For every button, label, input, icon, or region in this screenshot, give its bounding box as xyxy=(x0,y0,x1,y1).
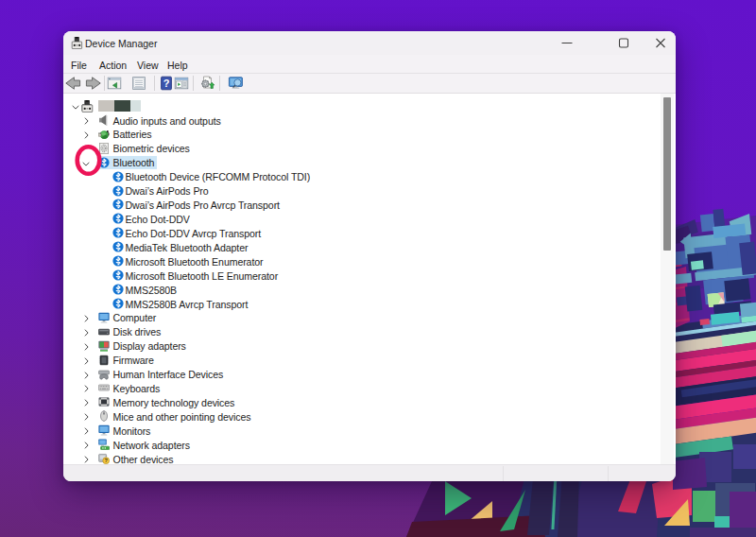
svg-text:?: ? xyxy=(163,78,169,89)
